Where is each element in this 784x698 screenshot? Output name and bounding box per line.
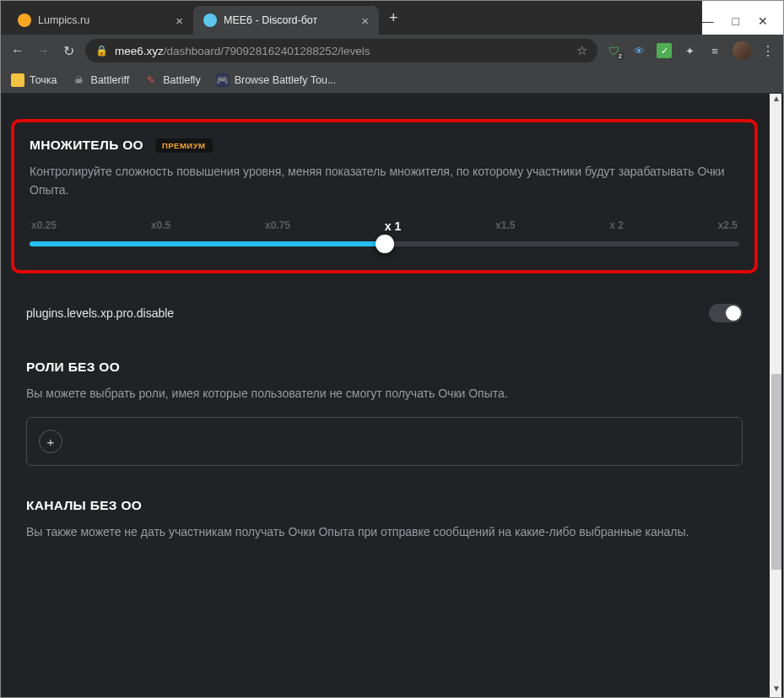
scrollbar-thumb[interactable] bbox=[771, 374, 781, 570]
url-domain: mee6.xyz bbox=[115, 45, 164, 57]
slider-label: x0.25 bbox=[31, 219, 57, 233]
reload-button[interactable]: ↻ bbox=[60, 43, 77, 59]
lock-icon: 🔒 bbox=[95, 45, 108, 57]
url-input[interactable]: 🔒 mee6.xyz/dashboard/790928162401288252/… bbox=[85, 39, 597, 62]
favicon-lumpics bbox=[18, 14, 31, 27]
noxp-channels-desc: Вы также можете не дать участникам получ… bbox=[26, 523, 743, 542]
close-icon[interactable]: × bbox=[361, 14, 369, 27]
bookmark-battlefy[interactable]: 🎮 Browse Battlefy Tou... bbox=[216, 73, 337, 87]
close-window-button[interactable]: ✕ bbox=[758, 14, 768, 28]
multiplier-desc: Контролируйте сложность повышения уровня… bbox=[30, 163, 739, 199]
readinglist-icon[interactable]: ≡ bbox=[707, 43, 722, 58]
folder-icon bbox=[11, 73, 24, 87]
window-controls: — □ ✕ bbox=[702, 1, 783, 35]
slider-fill bbox=[30, 241, 385, 246]
slider-labels: x0.25 x0.5 x0.75 x 1 x1.5 x 2 x2.5 bbox=[30, 219, 739, 233]
tab-mee6[interactable]: MEE6 - Discord-бот × bbox=[193, 6, 379, 35]
multiplier-section: МНОЖИТЕЛЬ ОО ПРЕМИУМ Контролируйте сложн… bbox=[11, 119, 758, 273]
tab-lumpics[interactable]: Lumpics.ru × bbox=[8, 6, 193, 35]
eye-icon[interactable]: 👁 bbox=[631, 43, 646, 58]
page-viewport: МНОЖИТЕЛЬ ОО ПРЕМИУМ Контролируйте сложн… bbox=[1, 94, 783, 697]
extensions-icon[interactable]: ✦ bbox=[682, 43, 697, 58]
forward-button[interactable]: → bbox=[35, 43, 51, 58]
url-path: /dashboard/790928162401288252/levels bbox=[164, 45, 370, 57]
game-icon: 🎮 bbox=[216, 73, 230, 87]
noxp-roles-title: РОЛИ БЕЗ ОО bbox=[26, 360, 120, 375]
maximize-button[interactable]: □ bbox=[733, 14, 739, 28]
menu-icon[interactable]: ⋮ bbox=[761, 43, 775, 59]
skull-icon: ☠ bbox=[73, 73, 86, 87]
multiplier-title: МНОЖИТЕЛЬ ОО bbox=[30, 138, 143, 153]
xp-disable-toggle[interactable] bbox=[709, 304, 743, 322]
bookmark-label: Battleriff bbox=[91, 74, 130, 86]
slider-label-active: x 1 bbox=[385, 219, 401, 233]
minimize-button[interactable]: — bbox=[702, 14, 714, 28]
shield-icon[interactable]: 🛡2 bbox=[606, 43, 621, 58]
shield-badge: 2 bbox=[617, 52, 624, 60]
bookmarks-bar: Точка ☠ Battleriff ✎ Battlefly 🎮 Browse … bbox=[1, 67, 783, 94]
slider-label: x0.5 bbox=[151, 219, 170, 233]
bookmark-label: Точка bbox=[30, 74, 57, 86]
page-content: МНОЖИТЕЛЬ ОО ПРЕМИУМ Контролируйте сложн… bbox=[1, 94, 768, 697]
address-bar: ← → ↻ 🔒 mee6.xyz/dashboard/7909281624012… bbox=[1, 35, 783, 67]
toggle-label: plugins.levels.xp.pro.disable bbox=[26, 306, 174, 320]
bookmark-battleriff[interactable]: ☠ Battleriff bbox=[73, 73, 130, 87]
add-role-button[interactable]: + bbox=[39, 430, 62, 453]
scroll-down-icon[interactable]: ▼ bbox=[770, 684, 782, 697]
slider-label: x1.5 bbox=[495, 219, 515, 233]
slider-label: x2.5 bbox=[718, 219, 738, 233]
bookmark-tochka[interactable]: Точка bbox=[11, 73, 57, 87]
bookmark-battlefly[interactable]: ✎ Battlefly bbox=[144, 73, 200, 87]
close-icon[interactable]: × bbox=[176, 14, 183, 27]
browser-window: Lumpics.ru × MEE6 - Discord-бот × + — □ … bbox=[0, 0, 784, 698]
noxp-channels-title: КАНАЛЫ БЕЗ ОО bbox=[26, 498, 142, 513]
noxp-roles-section: РОЛИ БЕЗ ОО Вы можете выбрать роли, имея… bbox=[26, 360, 743, 466]
bookmark-label: Battlefly bbox=[163, 74, 200, 86]
scroll-up-icon[interactable]: ▲ bbox=[770, 94, 782, 107]
xp-multiplier-slider[interactable] bbox=[30, 241, 739, 246]
slider-label: x 2 bbox=[609, 219, 624, 233]
noxp-roles-desc: Вы можете выбрать роли, имея которые пол… bbox=[26, 385, 743, 403]
slider-label: x0.75 bbox=[265, 219, 290, 233]
new-tab-button[interactable]: + bbox=[379, 9, 408, 27]
tab-title: Lumpics.ru bbox=[38, 14, 89, 26]
add-roles-box: + bbox=[26, 417, 743, 466]
toggle-knob bbox=[726, 306, 741, 321]
xp-disable-toggle-row: plugins.levels.xp.pro.disable bbox=[26, 300, 743, 326]
flag-icon: ✎ bbox=[144, 73, 158, 87]
slider-thumb[interactable] bbox=[376, 235, 394, 253]
tab-title: MEE6 - Discord-бот bbox=[224, 14, 317, 26]
profile-avatar[interactable] bbox=[733, 41, 751, 60]
extensions-row: 🛡2 👁 ✓ ✦ ≡ ⋮ bbox=[606, 41, 775, 60]
back-button[interactable]: ← bbox=[9, 43, 26, 58]
tab-bar: Lumpics.ru × MEE6 - Discord-бот × + — □ … bbox=[1, 1, 783, 35]
bookmark-label: Browse Battlefy Tou... bbox=[235, 74, 337, 86]
bookmark-star-icon[interactable]: ☆ bbox=[576, 43, 587, 58]
premium-badge: ПРЕМИУМ bbox=[155, 138, 213, 153]
check-icon[interactable]: ✓ bbox=[657, 43, 672, 58]
favicon-mee6 bbox=[203, 14, 217, 27]
noxp-channels-section: КАНАЛЫ БЕЗ ОО Вы также можете не дать уч… bbox=[26, 498, 743, 542]
